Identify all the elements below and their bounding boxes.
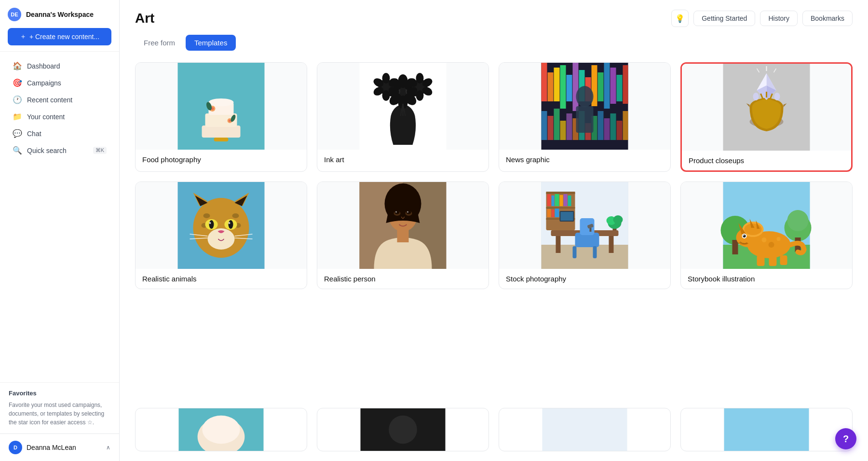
card-grid: Food photography	[135, 62, 853, 289]
svg-rect-125	[556, 236, 561, 253]
svg-rect-135	[564, 194, 568, 206]
getting-started-button[interactable]: Getting Started	[693, 11, 755, 26]
svg-point-177	[202, 416, 240, 444]
svg-point-24	[382, 73, 390, 84]
svg-rect-45	[567, 75, 572, 101]
svg-rect-52	[610, 68, 616, 104]
svg-rect-67	[617, 121, 623, 140]
card-news-graphic[interactable]: News graphic	[499, 62, 671, 172]
svg-point-179	[389, 416, 417, 444]
card-label-news-graphic: News graphic	[499, 150, 670, 169]
sidebar-nav: 🏠 Dashboard 🎯 Campaigns 🕐 Recent content…	[0, 52, 119, 382]
partial-card-1[interactable]	[135, 408, 307, 451]
partial-card-2[interactable]	[317, 408, 489, 451]
svg-rect-147	[593, 246, 597, 258]
partial-card-3[interactable]	[499, 408, 671, 451]
svg-point-93	[232, 213, 239, 218]
svg-point-119	[395, 211, 397, 213]
sidebar-item-quick-search[interactable]: 🔍 Quick search ⌘K	[4, 142, 115, 159]
svg-rect-129	[546, 207, 575, 209]
svg-rect-114	[397, 230, 409, 242]
card-product-closeups[interactable]: Product closeups	[680, 62, 853, 172]
create-new-content-button[interactable]: ＋ + Create new content...	[8, 28, 111, 45]
bookmarks-button[interactable]: Bookmarks	[802, 11, 853, 26]
svg-rect-148	[590, 228, 592, 232]
sidebar-item-recent-content[interactable]: 🕐 Recent content	[4, 91, 115, 108]
card-label-stock-photography: Stock photography	[499, 269, 670, 289]
tab-templates[interactable]: Templates	[186, 35, 236, 51]
sidebar-item-campaigns[interactable]: 🎯 Campaigns	[4, 74, 115, 91]
svg-rect-54	[623, 65, 628, 104]
footer-user: D Deanna McLean	[9, 441, 76, 454]
card-realistic-person[interactable]: Realistic person	[317, 182, 489, 289]
svg-rect-151	[561, 212, 573, 221]
light-icon-button[interactable]: 💡	[671, 10, 689, 27]
main-content: Art 💡 Getting Started History Bookmarks …	[120, 0, 868, 461]
card-realistic-animals[interactable]: Realistic animals	[135, 182, 307, 289]
campaigns-icon: 🎯	[13, 78, 22, 87]
search-icon: 🔍	[13, 146, 22, 155]
svg-rect-58	[560, 121, 566, 140]
svg-rect-133	[555, 194, 559, 206]
sidebar-item-dashboard[interactable]: 🏠 Dashboard	[4, 57, 115, 74]
chat-icon: 💬	[13, 129, 22, 138]
svg-point-31	[416, 73, 424, 84]
dashboard-icon: 🏠	[13, 61, 22, 70]
svg-point-173	[769, 242, 774, 248]
sidebar-item-chat[interactable]: 💬 Chat	[4, 125, 115, 142]
card-label-ink-art: Ink art	[317, 150, 488, 169]
plus-icon: ＋	[20, 32, 27, 41]
svg-point-101	[209, 220, 214, 229]
your-content-icon: 📁	[13, 112, 22, 121]
card-food-photography[interactable]: Food photography	[135, 62, 307, 172]
quick-search-shortcut: ⌘K	[93, 147, 107, 154]
sidebar-header: DE Deanna's Workspace ＋ + Create new con…	[0, 0, 119, 52]
svg-point-34	[416, 90, 424, 101]
card-storybook-illustration[interactable]: Storybook illustration	[680, 182, 853, 289]
help-button[interactable]: ?	[835, 428, 856, 449]
user-avatar: D	[9, 441, 22, 454]
svg-point-143	[613, 215, 623, 224]
svg-rect-155	[732, 240, 738, 254]
svg-rect-11	[214, 138, 229, 141]
sidebar-item-your-content[interactable]: 📁 Your content	[4, 108, 115, 125]
svg-rect-41	[542, 63, 547, 101]
svg-rect-46	[573, 63, 579, 111]
workspace-name[interactable]: DE Deanna's Workspace	[8, 8, 111, 21]
card-image-stock-photography	[499, 182, 670, 269]
card-image-product-closeups	[682, 64, 851, 151]
svg-rect-139	[555, 209, 559, 217]
svg-rect-59	[567, 113, 572, 140]
svg-rect-43	[554, 68, 560, 101]
svg-rect-53	[617, 75, 623, 101]
svg-point-174	[777, 237, 781, 241]
svg-rect-51	[604, 63, 610, 109]
svg-point-158	[787, 210, 809, 231]
svg-rect-57	[554, 109, 560, 140]
card-label-realistic-animals: Realistic animals	[136, 269, 307, 289]
card-stock-photography[interactable]: Stock photography	[499, 182, 671, 289]
history-button[interactable]: History	[760, 11, 798, 26]
tab-free-form[interactable]: Free form	[135, 35, 184, 51]
card-label-realistic-person: Realistic person	[317, 269, 488, 289]
card-ink-art[interactable]: Ink art	[317, 62, 489, 172]
svg-point-104	[229, 222, 231, 224]
svg-rect-44	[560, 65, 566, 109]
card-image-ink-art	[317, 63, 488, 150]
grid-container: Food photography	[120, 51, 868, 408]
svg-rect-66	[610, 113, 616, 140]
svg-rect-1	[202, 126, 241, 138]
partial-card-4[interactable]	[680, 408, 853, 451]
svg-point-168	[744, 235, 745, 236]
sidebar: DE Deanna's Workspace ＋ + Create new con…	[0, 0, 120, 461]
svg-rect-146	[573, 246, 577, 258]
svg-point-102	[229, 220, 233, 229]
card-image-news-graphic	[499, 63, 670, 150]
svg-rect-137	[547, 209, 551, 217]
sidebar-footer[interactable]: D Deanna McLean ∧	[0, 433, 119, 461]
card-image-realistic-person	[317, 182, 488, 269]
svg-rect-42	[548, 72, 554, 101]
card-image-realistic-animals	[136, 182, 307, 269]
favorites-text: Favorite your most used campaigns, docum…	[9, 401, 110, 427]
svg-point-82	[774, 93, 780, 100]
